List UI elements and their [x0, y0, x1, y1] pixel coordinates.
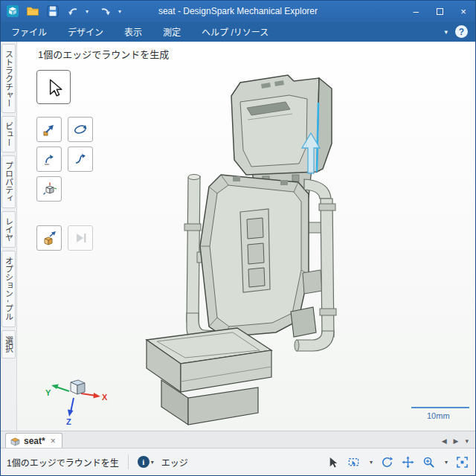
status-bar: 1個のエッジでラウンドを生 i ▾ エッジ ▾ [1, 448, 475, 475]
scale-bar-label: 10mm [427, 411, 450, 420]
minimize-button[interactable]: – [404, 1, 428, 22]
toolbar-options-icon[interactable]: ▾ [118, 8, 126, 15]
status-message: 1個のエッジでラウンドを生 [1, 456, 119, 469]
panel-tab-strip: ストラクチャー ビュー プロパティ レイヤ オプション - プル 選択 [1, 42, 17, 431]
rotate-option-button[interactable] [68, 117, 93, 142]
select-cursor-button[interactable] [327, 456, 339, 469]
document-tab-seat[interactable]: seat* × [5, 433, 62, 448]
menu-display[interactable]: 表示 [114, 22, 152, 42]
rotate-icon [73, 122, 88, 137]
menu-design[interactable]: デザイン [57, 22, 114, 42]
bend-arrow-icon [73, 152, 88, 167]
panel-tab-layers[interactable]: レイヤ [1, 211, 16, 248]
document-tab-close-icon[interactable]: × [49, 436, 56, 446]
triad-y-label: Y [45, 388, 51, 397]
panel-tab-structure[interactable]: ストラクチャー [1, 44, 16, 113]
pull-tool-palette [36, 70, 103, 255]
close-icon: × [460, 6, 466, 17]
info-icon[interactable]: i [138, 456, 149, 468]
status-separator [128, 454, 129, 469]
tab-list-icon[interactable]: ▾ [465, 437, 469, 445]
zoom-button[interactable] [422, 456, 435, 469]
spin-view-button[interactable] [381, 456, 393, 469]
help-icon[interactable]: ? [455, 25, 468, 38]
selection-type-label: エッジ [161, 456, 188, 469]
panel-tab-selection[interactable]: 選択 [1, 330, 16, 358]
tab-scroll-left-icon[interactable]: ◀ [442, 437, 447, 445]
model-viewport[interactable]: Y X Z 10mm 1個のエッジでラウンドを生成 [17, 42, 475, 431]
panel-tab-options-pull[interactable]: オプション - プル [1, 251, 16, 327]
cube-arrow-icon [41, 230, 57, 246]
right-rail-bracket [307, 222, 322, 233]
menu-bar: ファイル デザイン 表示 測定 ヘルプ /リソース ▾ ? [1, 22, 475, 42]
part-document-icon [10, 437, 20, 446]
cursor-icon [327, 456, 339, 469]
undo-icon[interactable] [65, 4, 80, 19]
section-option-button[interactable] [36, 225, 62, 251]
select-tool-button[interactable] [36, 70, 71, 104]
box-select-button[interactable] [347, 456, 360, 469]
play-next-icon [73, 231, 88, 245]
menu-measure[interactable]: 測定 [152, 22, 191, 42]
move-option-button[interactable] [36, 117, 62, 142]
minimize-icon: – [413, 6, 418, 17]
document-tab-bar: seat* × ◀ ▶ ▾ [1, 431, 475, 448]
triad-x-label: X [102, 393, 108, 402]
panel-tab-view[interactable]: ビュー [1, 116, 16, 152]
scale-bar: 10mm [411, 408, 469, 420]
undo-dropdown-icon[interactable]: ▾ [86, 8, 93, 15]
tab-navigation: ◀ ▶ ▾ [442, 437, 475, 448]
panel-tab-properties[interactable]: プロパティ [1, 155, 16, 208]
close-button[interactable]: × [451, 1, 475, 22]
cursor-arrow-icon [44, 77, 63, 97]
next-step-button[interactable] [68, 225, 93, 251]
zoom-magnifier-icon [422, 456, 435, 469]
info-dropdown-icon[interactable]: ▾ [149, 459, 154, 466]
zoom-extents-icon [456, 456, 469, 469]
orient-cube-icon [41, 181, 57, 197]
tab-scroll-right-icon[interactable]: ▶ [454, 437, 459, 445]
bend-option-button[interactable] [68, 147, 93, 172]
orientation-triad[interactable]: Y X Z [45, 380, 108, 426]
redo-icon[interactable] [98, 4, 113, 19]
move-arrow-icon [42, 122, 57, 137]
box-select-icon [347, 456, 360, 469]
document-tab-label: seat* [24, 436, 45, 446]
pan-view-button[interactable] [402, 456, 414, 469]
quick-access-toolbar: ▾ ▾ [1, 4, 126, 19]
collapse-ribbon-icon[interactable]: ▾ [444, 28, 448, 36]
pull-option-button[interactable] [36, 147, 62, 172]
pull-arrow-icon [42, 152, 57, 167]
recline-hinge [291, 307, 316, 337]
open-folder-icon[interactable] [25, 4, 40, 19]
direction-option-button[interactable] [36, 176, 62, 202]
app-icon[interactable] [5, 4, 20, 19]
window-controls: – × [404, 1, 475, 22]
save-icon[interactable] [45, 4, 60, 19]
pan-icon [402, 456, 414, 469]
menu-file[interactable]: ファイル [1, 22, 57, 42]
spin-icon [381, 456, 393, 469]
zoom-extents-button[interactable] [456, 456, 469, 469]
maximize-button[interactable] [428, 1, 451, 22]
menu-help-resources[interactable]: ヘルプ /リソース [191, 22, 279, 42]
tool-prompt: 1個のエッジでラウンドを生成 [38, 47, 169, 61]
title-bar: ▾ ▾ seat - DesignSpark Mechanical Explor… [1, 1, 475, 22]
view-tools: ▾ ▾ [327, 456, 475, 469]
box-select-dropdown-icon[interactable]: ▾ [368, 459, 373, 466]
zoom-dropdown-icon[interactable]: ▾ [443, 459, 448, 466]
triad-z-label: Z [66, 417, 71, 426]
maximize-icon [437, 8, 443, 15]
